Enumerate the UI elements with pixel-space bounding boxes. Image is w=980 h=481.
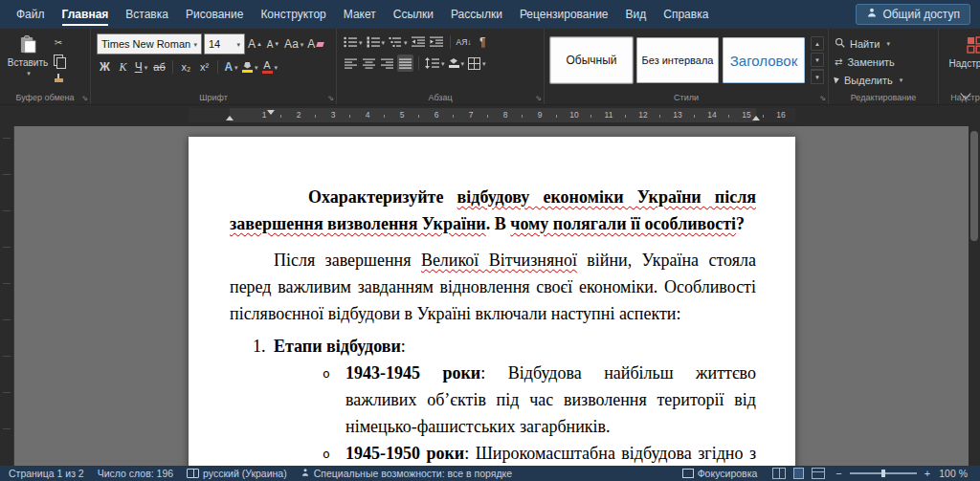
word-count[interactable]: Число слов: 196 <box>91 466 180 481</box>
format-painter-button[interactable] <box>54 70 63 84</box>
text-effects-button[interactable]: А▾ <box>223 58 239 76</box>
grow-font-button[interactable]: А▲ <box>247 35 263 53</box>
horizontal-ruler[interactable]: 12345678910111213141516 <box>189 108 795 122</box>
vertical-scrollbar[interactable] <box>969 126 980 466</box>
search-icon <box>835 37 845 50</box>
styles-scroll-up-button[interactable]: ▲ <box>811 36 824 51</box>
justify-button[interactable] <box>397 55 413 72</box>
bullets-button[interactable]: ▾ <box>343 33 364 51</box>
select-button[interactable]: Выделить ▾ <box>835 72 934 88</box>
menu-tab-insert[interactable]: Вставка <box>117 0 177 29</box>
increase-indent-button[interactable] <box>429 33 445 51</box>
scrollbar-thumb[interactable] <box>970 131 978 241</box>
multilevel-list-button[interactable]: ▾ <box>388 33 409 51</box>
chevron-down-icon: ▾ <box>255 64 258 71</box>
subscript-button[interactable]: х₂ <box>178 58 194 76</box>
sub-bullet-marker: o <box>323 361 330 387</box>
menu-tab-file[interactable]: Файл <box>8 0 54 29</box>
align-right-button[interactable] <box>379 55 395 72</box>
share-button[interactable]: Общий доступ <box>856 4 970 25</box>
addins-button[interactable]: Надстройки <box>945 33 980 69</box>
styles-scroll-down-button[interactable]: ▼ <box>811 53 824 67</box>
list-item-title: Етапи відбудови <box>274 337 401 356</box>
styles-gallery-more-button[interactable]: ▼ <box>811 69 824 84</box>
read-mode-button[interactable] <box>772 468 786 479</box>
superscript-button[interactable]: х² <box>196 58 212 76</box>
ruler-number: 10 <box>557 109 591 121</box>
zoom-slider[interactable] <box>850 472 917 474</box>
focus-icon <box>682 469 694 478</box>
up-arrow-icon: ▲ <box>256 41 262 47</box>
style-normal[interactable]: Обычный <box>550 37 633 83</box>
cursor-icon <box>834 76 840 83</box>
strikethrough-button[interactable]: аб <box>151 58 167 76</box>
replace-button[interactable]: ⇄ Заменить <box>835 54 934 70</box>
separator <box>217 60 218 74</box>
chevron-down-icon: ▾ <box>900 77 903 83</box>
menu-tab-help[interactable]: Справка <box>655 0 717 29</box>
text-highlight-button[interactable]: ▾ <box>241 58 259 76</box>
hanging-indent-marker[interactable] <box>226 116 234 120</box>
paragraph-dialog-launcher[interactable]: ⇘ <box>535 94 542 102</box>
menu-tab-design[interactable]: Конструктор <box>252 0 334 29</box>
styles-dialog-launcher[interactable]: ⇘ <box>819 94 826 102</box>
font-dialog-launcher[interactable]: ⇘ <box>327 94 334 102</box>
menu-tab-draw[interactable]: Рисование <box>177 0 252 29</box>
zoom-slider-handle[interactable] <box>881 470 885 477</box>
zoom-level[interactable]: 100 % <box>932 466 974 481</box>
find-button[interactable]: Найти ▾ <box>835 35 934 52</box>
clipboard-group: Вставить ▾ ✂ Буфер обмена ⇘ <box>0 29 91 104</box>
share-label: Общий доступ <box>882 8 960 21</box>
right-indent-marker[interactable] <box>752 116 760 120</box>
font-color-bar <box>262 71 273 74</box>
font-color-button[interactable]: А▾ <box>261 58 279 76</box>
shrink-font-button[interactable]: А▼ <box>265 35 281 53</box>
ruler-number: 12 <box>626 109 660 121</box>
web-layout-button[interactable] <box>812 468 825 479</box>
focus-mode-button[interactable]: Фокусировка <box>676 466 765 481</box>
font-name-value: Times New Roman <box>101 38 190 50</box>
paste-button[interactable]: Вставить ▾ <box>6 33 50 84</box>
change-case-button[interactable]: Аа▾ <box>283 35 304 53</box>
bold-button[interactable]: Ж <box>97 58 113 76</box>
menu-tab-view[interactable]: Вид <box>617 0 656 29</box>
language-indicator[interactable]: русский (Украина) <box>180 466 294 481</box>
menu-tab-home[interactable]: Главная <box>54 0 118 29</box>
style-no-spacing[interactable]: Без интервала <box>636 37 719 83</box>
sort-button[interactable]: АЯ↓ <box>456 33 473 51</box>
show-formatting-marks-button[interactable]: ¶ <box>475 33 491 51</box>
zoom-out-button[interactable]: − <box>834 468 843 479</box>
clipboard-dialog-launcher[interactable]: ⇘ <box>81 94 88 102</box>
eraser-icon <box>317 42 325 47</box>
copy-button[interactable] <box>54 53 63 67</box>
italic-button[interactable]: К <box>115 58 131 76</box>
numbering-button[interactable]: ▾ <box>366 33 387 51</box>
font-size-combo[interactable]: 14▾ <box>204 33 245 55</box>
clear-formatting-button[interactable]: А <box>306 35 324 53</box>
cut-button[interactable]: ✂ <box>54 35 63 50</box>
decrease-indent-button[interactable] <box>411 33 427 51</box>
menu-tab-layout[interactable]: Макет <box>335 0 385 29</box>
accessibility-status[interactable]: Специальные возможности: все в порядке <box>294 466 519 481</box>
numbered-list-item: 1.Етапи відбудови: <box>230 333 756 360</box>
menu-tab-mailings[interactable]: Рассылки <box>442 0 511 29</box>
align-center-button[interactable] <box>361 55 377 72</box>
borders-button[interactable]: ▾ <box>467 55 487 72</box>
underline-button[interactable]: Ч▾ <box>133 58 149 76</box>
font-name-combo[interactable]: Times New Roman▾ <box>97 33 202 55</box>
document-page[interactable]: Охарактеризуйте відбудову економіки Укра… <box>189 137 795 466</box>
align-left-button[interactable] <box>343 55 359 72</box>
zoom-in-button[interactable]: + <box>923 468 932 479</box>
style-heading[interactable]: Заголовок <box>723 37 805 83</box>
vertical-ruler[interactable] <box>0 126 14 466</box>
menu-tab-review[interactable]: Рецензирование <box>511 0 617 29</box>
menu-tab-references[interactable]: Ссылки <box>385 0 442 29</box>
line-spacing-button[interactable]: ▾ <box>424 55 446 72</box>
shading-color-bar <box>449 65 459 68</box>
print-layout-button[interactable] <box>793 468 804 479</box>
chevron-down-icon: ▾ <box>275 64 278 71</box>
highlighter-icon <box>244 62 251 69</box>
page-indicator[interactable]: Страница 1 из 2 <box>2 466 91 481</box>
first-line-indent-marker[interactable] <box>267 110 275 115</box>
shading-button[interactable]: ▾ <box>448 55 466 72</box>
